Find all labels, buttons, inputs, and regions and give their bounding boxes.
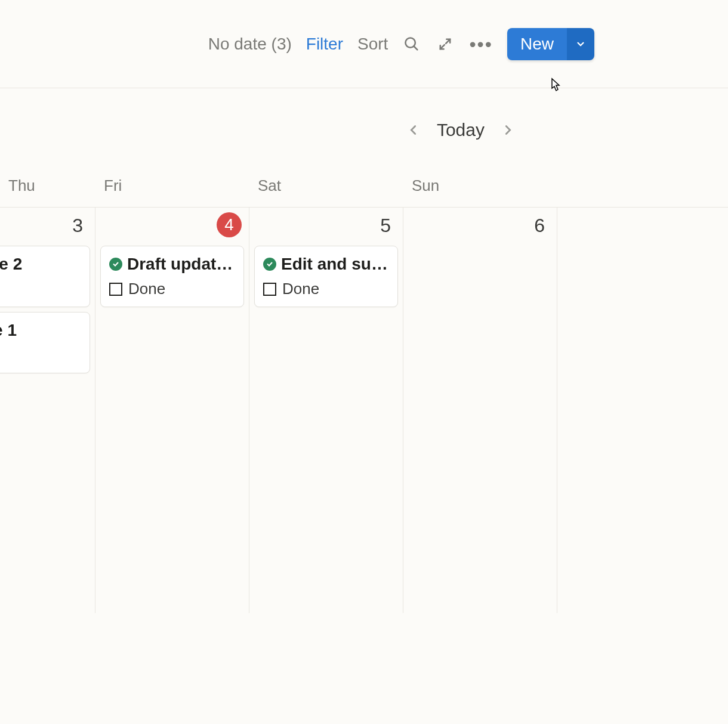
svg-line-1 [414,46,418,49]
task-card[interactable]: Draft update… Done [100,246,244,307]
calendar-col-sat[interactable]: 5 Edit and sub… Done [249,208,403,613]
status-done-icon [109,258,122,271]
calendar-col-fri[interactable]: 4 Draft update… Done [95,208,249,613]
toolbar: No date (3) Filter Sort ••• New [0,0,728,88]
col-head-fri: Fri [95,172,249,207]
filter-button[interactable]: Filter [306,35,343,54]
prev-button[interactable] [407,123,420,137]
chevron-down-icon [575,39,586,49]
task-status-label: Done [282,280,319,298]
task-title: Draft update… [127,255,235,274]
search-icon[interactable] [402,35,421,54]
right-margin [557,208,727,613]
day-number: 6 [534,215,545,237]
task-card[interactable]: ft article 2 e [0,246,90,307]
new-button[interactable]: New [507,28,567,60]
chevron-left-icon [407,123,420,137]
task-title: t article 1 [0,321,17,340]
col-head-thu: Thu [0,172,95,207]
calendar-col-sun[interactable]: 6 [403,208,557,613]
no-date-button[interactable]: No date (3) [208,35,292,54]
new-dropdown-button[interactable] [567,28,594,60]
done-checkbox[interactable] [263,283,276,296]
today-button[interactable]: Today [437,120,485,140]
col-head-sun: Sun [403,172,557,207]
expand-icon[interactable] [436,35,455,54]
day-number: 5 [380,215,391,237]
new-button-group: New [507,28,594,60]
task-status-label: Done [128,280,165,298]
calendar-body: 3 ft article 2 e t article 1 e 4 [0,208,728,613]
col-head-sat: Sat [249,172,403,207]
task-title: ft article 2 [0,255,22,274]
status-done-icon [263,258,276,271]
day-number-today: 4 [217,212,242,237]
calendar-col-thu[interactable]: 3 ft article 2 e t article 1 e [0,208,95,613]
task-card[interactable]: t article 1 e [0,312,90,373]
sort-button[interactable]: Sort [357,35,388,54]
task-title: Edit and sub… [281,255,389,274]
calendar-header: Thu Fri Sat Sun [0,172,728,208]
done-checkbox[interactable] [109,283,122,296]
calendar-nav: Today [0,88,728,172]
chevron-right-icon [501,123,514,137]
task-card[interactable]: Edit and sub… Done [254,246,398,307]
day-number: 3 [72,215,83,237]
next-button[interactable] [501,123,514,137]
